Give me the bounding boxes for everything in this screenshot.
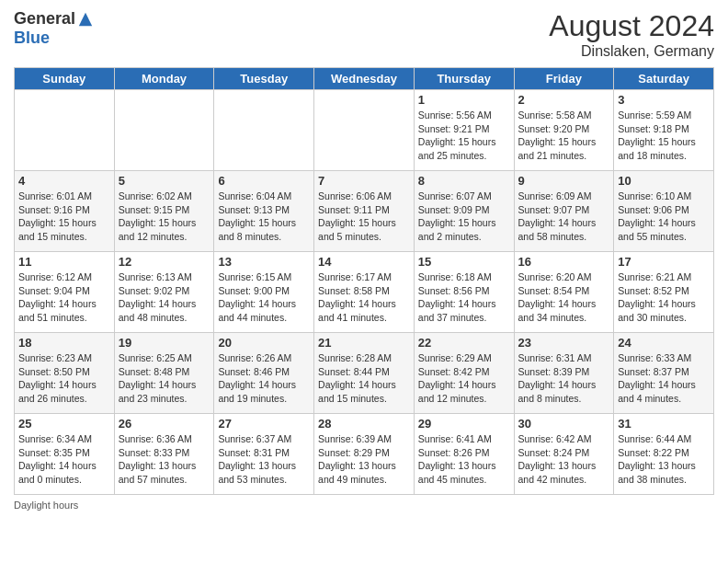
calendar-cell: 6Sunrise: 6:04 AM Sunset: 9:13 PM Daylig… [214, 171, 314, 252]
logo-icon [77, 11, 94, 28]
calendar-cell: 7Sunrise: 6:06 AM Sunset: 9:11 PM Daylig… [314, 171, 415, 252]
day-number: 15 [418, 255, 510, 269]
calendar-cell: 13Sunrise: 6:15 AM Sunset: 9:00 PM Dayli… [214, 252, 314, 333]
calendar-cell: 31Sunrise: 6:44 AM Sunset: 8:22 PM Dayli… [614, 414, 714, 495]
day-info: Sunrise: 6:10 AM Sunset: 9:06 PM Dayligh… [618, 190, 710, 244]
calendar-week-row: 11Sunrise: 6:12 AM Sunset: 9:04 PM Dayli… [15, 252, 714, 333]
day-info: Sunrise: 6:15 AM Sunset: 9:00 PM Dayligh… [218, 270, 310, 325]
calendar-cell: 1Sunrise: 5:56 AM Sunset: 9:21 PM Daylig… [414, 90, 514, 171]
header: General Blue August 2024 Dinslaken, Germ… [14, 9, 714, 60]
calendar-cell: 9Sunrise: 6:09 AM Sunset: 9:07 PM Daylig… [514, 171, 614, 252]
day-of-week-header: Monday [114, 68, 214, 90]
footer: Daylight hours [14, 500, 714, 511]
logo-blue-text: Blue [14, 29, 50, 48]
calendar-week-row: 1Sunrise: 5:56 AM Sunset: 9:21 PM Daylig… [15, 90, 714, 171]
day-number: 21 [318, 336, 410, 350]
calendar-cell: 14Sunrise: 6:17 AM Sunset: 8:58 PM Dayli… [314, 252, 415, 333]
calendar-cell [114, 90, 214, 171]
calendar-cell: 18Sunrise: 6:23 AM Sunset: 8:50 PM Dayli… [15, 333, 115, 414]
day-number: 29 [418, 417, 510, 431]
day-number: 26 [119, 417, 210, 431]
calendar-cell: 11Sunrise: 6:12 AM Sunset: 9:04 PM Dayli… [15, 252, 115, 333]
day-info: Sunrise: 5:58 AM Sunset: 9:20 PM Dayligh… [518, 109, 610, 163]
calendar-cell: 23Sunrise: 6:31 AM Sunset: 8:39 PM Dayli… [514, 333, 614, 414]
day-number: 2 [518, 93, 610, 107]
calendar-cell: 3Sunrise: 5:59 AM Sunset: 9:18 PM Daylig… [614, 90, 714, 171]
day-info: Sunrise: 6:09 AM Sunset: 9:07 PM Dayligh… [518, 190, 610, 244]
calendar-cell: 28Sunrise: 6:39 AM Sunset: 8:29 PM Dayli… [314, 414, 415, 495]
calendar-cell: 29Sunrise: 6:41 AM Sunset: 8:26 PM Dayli… [414, 414, 514, 495]
day-number: 17 [618, 255, 710, 269]
calendar-cell: 26Sunrise: 6:36 AM Sunset: 8:33 PM Dayli… [114, 414, 214, 495]
calendar-cell: 25Sunrise: 6:34 AM Sunset: 8:35 PM Dayli… [15, 414, 115, 495]
day-number: 9 [518, 174, 610, 188]
day-info: Sunrise: 6:23 AM Sunset: 8:50 PM Dayligh… [18, 351, 110, 406]
day-number: 23 [518, 336, 610, 350]
day-info: Sunrise: 6:01 AM Sunset: 9:16 PM Dayligh… [18, 190, 110, 244]
calendar-cell: 4Sunrise: 6:01 AM Sunset: 9:16 PM Daylig… [15, 171, 115, 252]
page: General Blue August 2024 Dinslaken, Germ… [0, 0, 728, 563]
month-year: August 2024 [549, 9, 714, 43]
calendar-cell: 19Sunrise: 6:25 AM Sunset: 8:48 PM Dayli… [114, 333, 214, 414]
day-info: Sunrise: 6:21 AM Sunset: 8:52 PM Dayligh… [618, 270, 710, 325]
day-number: 27 [218, 417, 310, 431]
day-number: 28 [318, 417, 410, 431]
day-info: Sunrise: 6:06 AM Sunset: 9:11 PM Dayligh… [318, 190, 410, 244]
day-number: 18 [18, 336, 110, 350]
day-info: Sunrise: 6:36 AM Sunset: 8:33 PM Dayligh… [119, 432, 210, 487]
calendar-cell: 21Sunrise: 6:28 AM Sunset: 8:44 PM Dayli… [314, 333, 415, 414]
day-info: Sunrise: 6:37 AM Sunset: 8:31 PM Dayligh… [218, 432, 310, 487]
day-number: 31 [618, 417, 710, 431]
calendar-cell [15, 90, 115, 171]
day-number: 4 [18, 174, 110, 188]
day-info: Sunrise: 6:12 AM Sunset: 9:04 PM Dayligh… [18, 270, 110, 325]
day-info: Sunrise: 6:33 AM Sunset: 8:37 PM Dayligh… [618, 351, 710, 406]
day-info: Sunrise: 6:02 AM Sunset: 9:15 PM Dayligh… [119, 190, 210, 244]
calendar-cell: 17Sunrise: 6:21 AM Sunset: 8:52 PM Dayli… [614, 252, 714, 333]
day-info: Sunrise: 6:20 AM Sunset: 8:54 PM Dayligh… [518, 270, 610, 325]
day-number: 7 [318, 174, 410, 188]
day-info: Sunrise: 6:07 AM Sunset: 9:09 PM Dayligh… [418, 190, 510, 244]
day-info: Sunrise: 6:39 AM Sunset: 8:29 PM Dayligh… [318, 432, 410, 487]
day-of-week-header: Saturday [614, 68, 714, 90]
svg-marker-0 [79, 12, 92, 25]
day-number: 16 [518, 255, 610, 269]
calendar-cell: 20Sunrise: 6:26 AM Sunset: 8:46 PM Dayli… [214, 333, 314, 414]
day-info: Sunrise: 6:41 AM Sunset: 8:26 PM Dayligh… [418, 432, 510, 487]
calendar-week-row: 4Sunrise: 6:01 AM Sunset: 9:16 PM Daylig… [15, 171, 714, 252]
day-number: 1 [418, 93, 510, 107]
day-info: Sunrise: 6:04 AM Sunset: 9:13 PM Dayligh… [218, 190, 310, 244]
day-number: 19 [119, 336, 210, 350]
day-info: Sunrise: 6:13 AM Sunset: 9:02 PM Dayligh… [119, 270, 210, 325]
day-number: 22 [418, 336, 510, 350]
day-of-week-header: Thursday [414, 68, 514, 90]
calendar-cell: 15Sunrise: 6:18 AM Sunset: 8:56 PM Dayli… [414, 252, 514, 333]
day-info: Sunrise: 6:42 AM Sunset: 8:24 PM Dayligh… [518, 432, 610, 487]
day-info: Sunrise: 5:59 AM Sunset: 9:18 PM Dayligh… [618, 109, 710, 163]
logo-general-text: General [14, 9, 75, 29]
calendar-cell: 2Sunrise: 5:58 AM Sunset: 9:20 PM Daylig… [514, 90, 614, 171]
calendar-table: SundayMondayTuesdayWednesdayThursdayFrid… [14, 67, 714, 495]
day-number: 3 [618, 93, 710, 107]
calendar-week-row: 25Sunrise: 6:34 AM Sunset: 8:35 PM Dayli… [15, 414, 714, 495]
day-number: 5 [119, 174, 210, 188]
day-info: Sunrise: 6:29 AM Sunset: 8:42 PM Dayligh… [418, 351, 510, 406]
day-number: 11 [18, 255, 110, 269]
day-number: 10 [618, 174, 710, 188]
day-of-week-header: Sunday [15, 68, 115, 90]
calendar-cell: 24Sunrise: 6:33 AM Sunset: 8:37 PM Dayli… [614, 333, 714, 414]
day-info: Sunrise: 6:28 AM Sunset: 8:44 PM Dayligh… [318, 351, 410, 406]
day-number: 13 [218, 255, 310, 269]
calendar-cell: 10Sunrise: 6:10 AM Sunset: 9:06 PM Dayli… [614, 171, 714, 252]
day-number: 30 [518, 417, 610, 431]
location: Dinslaken, Germany [549, 43, 714, 60]
calendar-week-row: 18Sunrise: 6:23 AM Sunset: 8:50 PM Dayli… [15, 333, 714, 414]
calendar-cell: 8Sunrise: 6:07 AM Sunset: 9:09 PM Daylig… [414, 171, 514, 252]
day-info: Sunrise: 6:31 AM Sunset: 8:39 PM Dayligh… [518, 351, 610, 406]
day-number: 20 [218, 336, 310, 350]
day-info: Sunrise: 6:44 AM Sunset: 8:22 PM Dayligh… [618, 432, 710, 487]
calendar-cell: 22Sunrise: 6:29 AM Sunset: 8:42 PM Dayli… [414, 333, 514, 414]
calendar-cell: 27Sunrise: 6:37 AM Sunset: 8:31 PM Dayli… [214, 414, 314, 495]
day-info: Sunrise: 5:56 AM Sunset: 9:21 PM Dayligh… [418, 109, 510, 163]
day-info: Sunrise: 6:34 AM Sunset: 8:35 PM Dayligh… [18, 432, 110, 487]
